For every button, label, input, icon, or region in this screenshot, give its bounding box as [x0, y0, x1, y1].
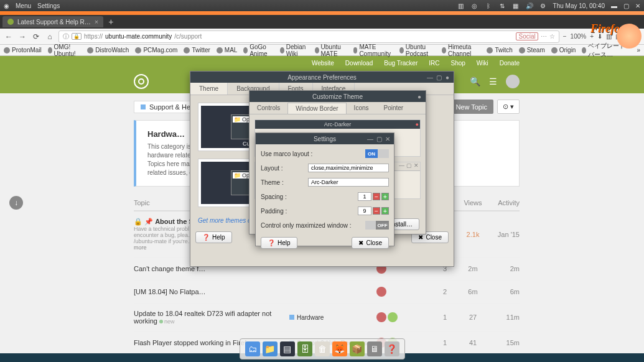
volume-icon[interactable]: 🔊 — [526, 2, 533, 9]
tab-theme[interactable]: Theme — [190, 83, 228, 95]
padding-spinner[interactable]: − + — [358, 207, 389, 215]
padding-input[interactable] — [358, 207, 371, 215]
clock[interactable]: Thu May 10, 00:40 — [553, 2, 605, 9]
notifications-button[interactable]: ⊙ ▾ — [497, 100, 520, 114]
nav-link[interactable]: Bug Tracker — [384, 60, 418, 67]
bookmark-item[interactable]: Steam — [519, 47, 545, 53]
bookmark-item[interactable]: Origin — [551, 47, 576, 53]
back-button[interactable]: ← — [4, 32, 14, 42]
dock-app-icon[interactable]: 🦊 — [332, 341, 347, 356]
minimize-icon[interactable]: — — [366, 135, 374, 142]
gear-icon[interactable]: ⚙ — [539, 2, 547, 9]
scroll-down-button[interactable]: ↓ — [9, 196, 23, 210]
bookmark-item[interactable]: DistroWatch — [87, 47, 129, 53]
close-button[interactable]: ✖ Close — [352, 237, 389, 249]
home-button[interactable]: ⌂ — [45, 32, 55, 42]
nav-link[interactable]: Download — [345, 60, 373, 67]
page-action-icon[interactable]: ⋯ — [541, 33, 547, 40]
dock-app-icon[interactable]: 🗂 — [245, 341, 260, 356]
cpu-icon[interactable]: ◎ — [471, 2, 478, 9]
social-container-badge[interactable]: Social — [516, 32, 538, 40]
wifi-icon[interactable]: ⇅ — [498, 2, 506, 9]
bookmark-item[interactable]: ProtonMail — [4, 47, 42, 53]
maximize-icon[interactable]: ▢ — [375, 135, 383, 142]
spacing-decrement[interactable]: − — [373, 193, 380, 200]
bookmark-item[interactable]: Debian Wiki — [280, 44, 309, 57]
dock-app-icon[interactable]: 📁 — [263, 341, 278, 356]
hamburger-icon[interactable]: ☰ — [489, 77, 497, 86]
spacing-spinner[interactable]: − + — [358, 192, 389, 201]
theme-input[interactable] — [308, 178, 389, 187]
user-avatar-icon[interactable] — [388, 312, 398, 322]
minimize-icon[interactable]: — — [426, 73, 434, 81]
control-maximized-toggle[interactable]: OFF — [365, 221, 389, 230]
search-icon[interactable]: 🔍 — [470, 77, 480, 86]
nav-link[interactable]: Donate — [500, 60, 520, 67]
layout-input[interactable] — [308, 164, 389, 172]
bookmark-item[interactable]: OMG! Ubuntu! — [48, 44, 81, 57]
bookmark-item[interactable]: Himeuta Channel — [442, 44, 480, 57]
user-avatar-icon[interactable] — [376, 312, 386, 322]
zoom-out-button[interactable]: − — [563, 33, 567, 40]
dock-app-icon[interactable]: ❓ — [385, 341, 399, 356]
close-icon[interactable]: ● — [416, 93, 423, 100]
tab-window-border[interactable]: Window Border — [287, 103, 346, 114]
dialog-titlebar[interactable]: Appearance Preferences — ▢ ● — [190, 72, 454, 83]
user-avatar-icon[interactable] — [376, 287, 386, 297]
bookmark-item[interactable]: Twitter — [184, 47, 210, 53]
close-icon[interactable]: ✕ — [384, 135, 391, 142]
reload-button[interactable]: ⟳ — [31, 32, 41, 42]
nav-link[interactable]: Wiki — [477, 60, 488, 67]
dock-app-icon[interactable]: 🖥 — [367, 341, 382, 356]
dock-app-icon[interactable]: 📦 — [350, 341, 365, 356]
dialog-titlebar[interactable]: Customize Theme ● — [250, 91, 426, 102]
category-badge[interactable]: Hardware — [289, 314, 376, 321]
dock-app-icon[interactable]: 🗑 — [315, 341, 330, 356]
network-icon[interactable]: ▦ — [512, 2, 520, 9]
window-min-icon[interactable]: ▬ — [611, 2, 617, 9]
dock-app-icon[interactable]: 🗄 — [297, 341, 312, 356]
help-button[interactable]: ❓ Help — [261, 237, 297, 249]
padding-increment[interactable]: + — [381, 207, 389, 215]
mate-menu-icon[interactable]: ◉ — [4, 2, 9, 9]
topic-row[interactable]: Update to 18.04 realtek D723 wifi adapte… — [134, 304, 520, 332]
bookmark-item[interactable]: MATE Community — [353, 44, 393, 57]
window-max-icon[interactable]: ▢ — [623, 2, 629, 9]
nav-link[interactable]: Shop — [451, 60, 465, 67]
bookmark-item[interactable]: Ubuntu Podcast — [399, 44, 436, 57]
bookmarks-overflow-icon[interactable]: » — [637, 47, 640, 53]
close-icon[interactable]: ● — [444, 73, 451, 81]
tab-close-icon[interactable]: × — [95, 18, 98, 26]
nav-link[interactable]: IRC — [429, 60, 439, 67]
bookmark-item[interactable]: Ubuntu MATE — [315, 44, 347, 57]
bookmark-item[interactable]: MAL — [217, 47, 238, 53]
bookmark-star-icon[interactable]: ☆ — [549, 33, 555, 40]
spacing-input[interactable] — [358, 192, 371, 201]
bookmark-item[interactable]: Twitch — [487, 47, 512, 53]
bluetooth-icon[interactable]: ᛒ — [485, 2, 492, 9]
bookmark-item[interactable]: PCMag.com — [135, 47, 177, 53]
tab-icons[interactable]: Icons — [347, 103, 376, 113]
disk-icon[interactable]: ▥ — [457, 2, 465, 9]
marco-layout-toggle[interactable]: ON — [365, 149, 389, 158]
help-button[interactable]: ❓ Help — [195, 231, 232, 243]
url-input[interactable]: ⓘ 🔒 https://ubuntu-mate.community/c/supp… — [58, 30, 559, 43]
window-close-icon[interactable]: ✕ — [635, 2, 640, 9]
forward-button[interactable]: → — [17, 32, 27, 42]
settings-app-label[interactable]: Settings — [37, 2, 60, 9]
dialog-titlebar[interactable]: Settings — ▢ ✕ — [256, 133, 394, 144]
tab-pointer[interactable]: Pointer — [376, 103, 411, 113]
maximize-icon[interactable]: ▢ — [435, 73, 442, 81]
padding-decrement[interactable]: − — [373, 207, 380, 215]
spacing-increment[interactable]: + — [381, 193, 389, 200]
menu-button[interactable]: Menu — [16, 2, 31, 9]
topic-row[interactable]: [UM 18.04] No Flatpa…26m6m — [134, 281, 520, 304]
browser-tab[interactable]: Latest Support & Help R… × — [2, 16, 103, 27]
dock-app-icon[interactable]: ▤ — [280, 341, 295, 356]
bookmark-item[interactable]: GoGo Anime — [243, 44, 274, 57]
nav-link[interactable]: Website — [312, 60, 334, 67]
tab-controls[interactable]: Controls — [250, 103, 287, 113]
new-tab-button[interactable]: + — [108, 17, 113, 27]
user-avatar[interactable] — [506, 75, 520, 88]
ubuntu-mate-logo[interactable] — [134, 74, 149, 89]
